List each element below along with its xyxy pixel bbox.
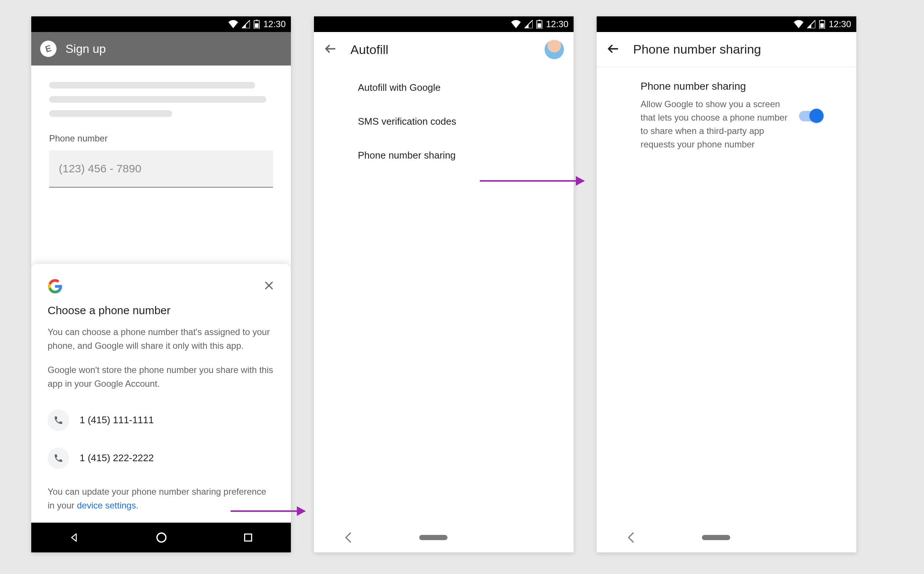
placeholder-line: [49, 96, 266, 103]
list-item-autofill-google[interactable]: Autofill with Google: [314, 71, 574, 105]
clock-text: 12:30: [546, 19, 568, 29]
svg-rect-9: [821, 20, 823, 20]
phone-sharing-toggle[interactable]: [799, 111, 822, 121]
status-bar: 12:30: [597, 16, 856, 32]
svg-rect-2: [255, 24, 259, 28]
screen-title: Phone number sharing: [633, 42, 847, 57]
placeholder-line: [49, 82, 255, 88]
nav-back-icon[interactable]: [345, 532, 356, 543]
placeholder-line: [49, 110, 172, 117]
svg-rect-6: [539, 20, 541, 20]
settings-list: Autofill with Google SMS verification co…: [314, 67, 574, 176]
list-item-phone-number-sharing[interactable]: Phone number sharing: [314, 139, 574, 172]
svg-rect-10: [820, 24, 824, 28]
back-button[interactable]: [324, 42, 337, 57]
android-nav-bar: [597, 523, 856, 552]
app-title: Sign up: [66, 42, 106, 56]
cell-signal-icon: [525, 20, 533, 28]
wifi-icon: [228, 20, 238, 28]
sheet-description-2: Google won't store the phone number you …: [48, 363, 275, 391]
annotation-arrow: [231, 510, 305, 512]
phone-number-option[interactable]: 1 (415) 222-2222: [48, 439, 275, 477]
nav-home-pill[interactable]: [419, 535, 448, 540]
phone-autofill-settings: 12:30 Autofill Autofill with Google SMS …: [314, 16, 574, 552]
nav-recents-icon[interactable]: [243, 532, 253, 543]
svg-rect-1: [256, 20, 258, 20]
clock-text: 12:30: [263, 19, 286, 29]
phone-number-text: 1 (415) 111-1111: [80, 414, 154, 426]
phone-field-label: Phone number: [49, 133, 273, 144]
clock-text: 12:30: [829, 19, 851, 29]
setting-body: Phone number sharing Allow Google to sho…: [597, 67, 856, 151]
nav-back-icon[interactable]: [69, 532, 80, 543]
setting-description: Allow Google to show you a screen that l…: [641, 98, 788, 151]
wifi-icon: [511, 20, 521, 28]
app-bar: E Sign up: [31, 32, 291, 66]
nav-back-icon[interactable]: [628, 532, 638, 543]
phone-phone-sharing-settings: 12:30 Phone number sharing Phone number …: [597, 16, 856, 552]
phone-hint-bottom-sheet: Choose a phone number You can choose a p…: [31, 264, 291, 523]
account-avatar[interactable]: [545, 40, 564, 59]
battery-icon: [536, 20, 542, 29]
setting-title: Phone number sharing: [641, 80, 822, 92]
sheet-title: Choose a phone number: [48, 304, 275, 317]
device-settings-link[interactable]: device settings: [77, 500, 136, 510]
list-item-sms-codes[interactable]: SMS verification codes: [314, 105, 574, 139]
wifi-icon: [794, 20, 803, 28]
app-logo-icon: E: [38, 39, 58, 59]
form-body: Phone number: [31, 66, 291, 188]
phone-number-input[interactable]: [49, 150, 273, 188]
phone-number-text: 1 (415) 222-2222: [80, 452, 154, 464]
phone-icon: [48, 448, 69, 469]
sheet-description-1: You can choose a phone number that's ass…: [48, 325, 275, 353]
cell-signal-icon: [242, 20, 250, 28]
nav-home-pill[interactable]: [702, 535, 730, 540]
google-logo-icon: [48, 279, 63, 294]
screen-title: Autofill: [350, 43, 531, 57]
close-button[interactable]: [263, 279, 275, 293]
phone-icon: [48, 410, 69, 431]
phone-signup: 12:30 E Sign up Phone number: [31, 16, 291, 552]
back-button[interactable]: [607, 42, 620, 57]
cell-signal-icon: [807, 20, 816, 28]
app-bar: Phone number sharing: [597, 32, 856, 67]
svg-point-3: [157, 533, 166, 542]
battery-icon: [254, 20, 260, 29]
android-nav-bar: [314, 523, 574, 552]
nav-home-icon[interactable]: [156, 531, 167, 544]
sheet-footer-text: You can update your phone number sharing…: [48, 485, 275, 512]
status-bar: 12:30: [314, 16, 574, 32]
battery-icon: [819, 20, 825, 29]
svg-rect-4: [244, 534, 251, 541]
phone-number-option[interactable]: 1 (415) 111-1111: [48, 401, 275, 439]
svg-rect-7: [537, 24, 541, 28]
android-nav-bar: [31, 523, 291, 552]
annotation-arrow: [480, 180, 584, 182]
app-bar: Autofill: [314, 32, 574, 67]
status-bar: 12:30: [31, 16, 291, 32]
